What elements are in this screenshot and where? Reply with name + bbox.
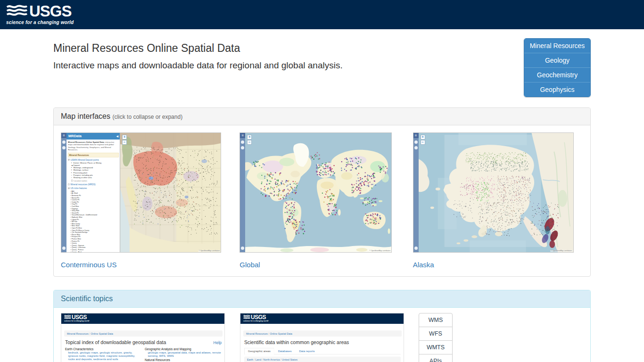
map-toolbar: ≡ [413,133,419,252]
topic-section: Geographic Analysis and Mapping geologic… [145,347,222,358]
mini-usgs-logo: USGS science for a changing world [243,314,289,323]
conterminous-us-thumbnail[interactable]: ≡ MRData ◀ Mineral Resour [61,132,221,253]
service-buttons: WMSWFSWMTSAPIs [419,313,453,362]
topic-nav-button[interactable]: Geology [524,53,590,67]
mini-tabs: Geographic areasDatabasesData reports [244,348,401,354]
topical-index-content: Mineral ResourcesOnline Spatial Data Top… [61,330,225,362]
mini-tab: Data reports [295,348,318,354]
map-interfaces-header[interactable]: Map interfaces (click to collapse or exp… [54,108,590,125]
panel-note: (click to collapse or expand) [112,114,182,120]
map-attribution: © OpenStreetMap contributors [551,250,573,252]
menu-icon: ≡ [61,133,66,138]
zoom-out-icon: − [122,140,127,145]
locate-icon [241,247,244,250]
help-link: Help [214,340,222,345]
breadcrumb-item: United States [280,358,297,361]
mrdata-legend-scroll: Mineral Resources Online Spatial Data: i… [66,140,120,252]
topic-nav-button[interactable]: Geophysics [524,82,590,97]
breadcrumb-item: Mineral Resources [67,332,89,335]
zoom-in-icon: + [122,135,127,140]
breadcrumb: Mineral ResourcesOnline Spatial Data [243,330,402,337]
alaska-thumbnail[interactable]: ≡ + − [413,132,574,253]
zoom-out-icon: − [421,140,425,145]
service-button[interactable]: WMS [419,313,453,327]
mrdata-description-lead: Mineral Resources Online Spatial Data: [68,141,105,143]
map-column: ≡ + − [235,132,409,269]
topic-nav: Mineral ResourcesGeologyGeochemistryGeop… [524,38,591,97]
mini-title-row: Topical index of downloadable geospatial… [61,337,225,346]
scientific-topics-panel: Scientific topics USGS [53,290,591,362]
geographic-areas-thumbnail[interactable]: USGS science for a changing world Minera… [240,313,404,362]
mini-page-title: Scientific data within common geographic… [244,339,349,345]
usgs-header: USGS science for a changing world [0,0,644,29]
service-button[interactable]: WMTS [419,340,453,354]
locate-icon [414,247,418,250]
global-thumbnail[interactable]: ≡ + − [239,132,392,253]
layer-mrds: Mineral resources (MRDS) [68,183,119,186]
zoom-in-icon: + [421,135,425,140]
topic-nav-button[interactable]: Mineral Resources [524,39,590,53]
alaska-map-image [413,133,573,252]
checkbox-icon [71,180,73,182]
intro-section: Mineral Resources Online Spatial Data In… [53,29,591,71]
mrdata-panel-title: MRData ◀ [66,133,120,140]
collapse-icon: ◀ [116,133,118,140]
map-interfaces-panel: Map interfaces (click to collapse or exp… [53,107,591,277]
legend-item-label: Showing at other area [74,176,92,179]
service-button[interactable]: WFS [419,327,453,341]
breadcrumb-item: Land [253,358,261,361]
mineral-resources-section-label: Mineral Resources [68,153,119,157]
topic-section-heading: Geographic Analysis and Mapping [145,347,222,351]
mrdata-title-text: MRData [68,134,82,138]
map-zoom-control: + − [421,135,425,145]
service-button[interactable]: APIs [419,354,453,362]
topic-section: Earth Characteristics bedrock, geologic … [65,347,142,361]
layer-mine-features-label: US mine features [71,187,87,189]
usgs-wave-icon [64,314,71,320]
topic-section-links: geologic maps, geospatial data, maps and… [148,351,222,358]
mini-tab: Databases [274,348,296,354]
globe-icon [62,146,66,149]
usgs-logo-text: USGS [72,314,87,320]
help-icon [414,140,418,144]
globe-icon [414,146,418,149]
legend-toolbar: ≡ [61,133,66,252]
topic-section-heading: Natural Resources [145,358,222,362]
conterminous-us-link[interactable]: Conterminous US [61,261,116,269]
mini-title-row: Scientific data within common geographic… [240,337,404,346]
breadcrumb-item: North America [261,358,280,361]
usgs-wave-icon [243,314,250,320]
legend-item: Quarry - Rock [68,251,119,252]
global-link[interactable]: Global [239,261,260,269]
topical-index-thumbnail[interactable]: USGS science for a changing world Minera… [61,313,225,362]
breadcrumb: Mineral ResourcesOnline Spatial Data [64,330,223,337]
topic-section: Natural Resources metallic ores, mineral… [145,358,222,362]
breadcrumb-item: Online Spatial Data [89,332,113,335]
zoom-out-icon: − [247,140,252,145]
layer-usmin-label: USMIN Mineral Deposit points [71,158,99,161]
scientific-topics-header[interactable]: Scientific topics [54,290,590,308]
mrdata-description: Mineral Resources Online Spatial Data: i… [68,141,119,151]
mrdata-legend-panel: ≡ MRData ◀ Mineral Resour [61,133,120,252]
breadcrumb-item: Mineral Resources [246,332,268,335]
global-map-image [240,133,391,252]
conterminous-us-map-image [120,133,221,252]
topic-nav-button[interactable]: Geochemistry [524,67,590,82]
mini-page-title: Topical index of downloadable geospatial… [65,339,166,345]
zoom-in-icon: + [247,135,252,140]
usgs-wave-icon [6,3,28,19]
usgs-tagline: science for a changing world [6,20,74,25]
breadcrumb-item: Earth [247,358,253,361]
map-column: ≡ + − [409,132,583,269]
topic-columns: Earth Characteristics bedrock, geologic … [61,346,225,362]
help-icon [241,140,244,144]
layer-mrds-label: Mineral resources (MRDS) [71,183,96,186]
alaska-link[interactable]: Alaska [413,261,434,269]
checkbox-icon [68,183,70,185]
page-subtitle: Interactive maps and downloadable data f… [53,60,591,71]
mini-usgs-logo: USGS science for a changing world [64,314,109,323]
usgs-logo[interactable]: USGS science for a changing world [6,3,74,25]
usmin-legend-list: ▪ District: Mineral, Placer, or Mining ▲… [68,162,119,179]
breadcrumb-item: Online Spatial Data [268,332,292,335]
layer-usmin: USMIN Mineral Deposit points [68,158,119,161]
